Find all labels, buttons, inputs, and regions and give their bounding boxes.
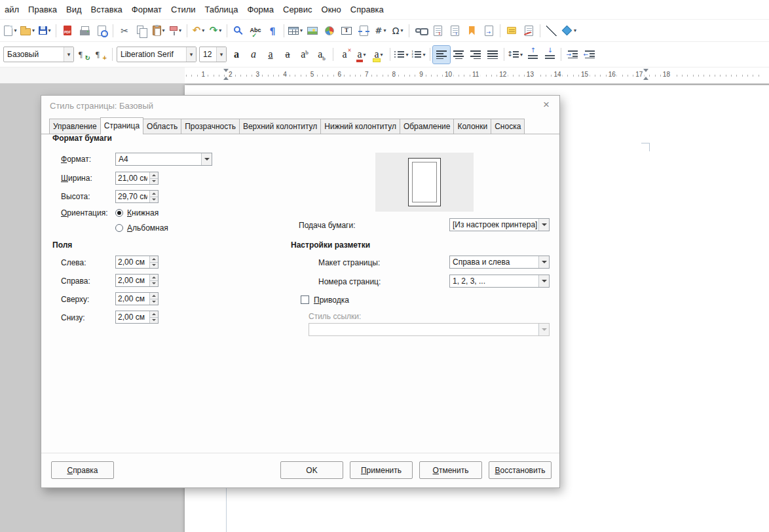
menu-item[interactable]: Справка (346, 2, 388, 17)
spin-down-icon[interactable] (150, 280, 158, 287)
underline-button[interactable]: а (262, 46, 279, 64)
register-true-checkbox[interactable] (301, 295, 309, 304)
insert-chart-button[interactable] (321, 22, 338, 39)
export-pdf-button[interactable] (59, 22, 76, 39)
print-preview-button[interactable] (93, 22, 110, 39)
increase-indent-button[interactable] (564, 46, 581, 64)
margin-right-spinner[interactable] (115, 274, 159, 287)
spin-up-icon[interactable] (150, 293, 158, 299)
menu-item[interactable]: Правка (24, 2, 62, 17)
save-button[interactable]: ▾ (36, 22, 53, 39)
insert-endnote-button[interactable] (446, 22, 463, 39)
insert-page-break-button[interactable] (355, 22, 372, 39)
spin-down-icon[interactable] (150, 262, 158, 269)
height-spinner[interactable] (115, 190, 159, 203)
page-layout-select[interactable]: Справа и слева (449, 256, 550, 269)
dialog-tab[interactable]: Обрамление (400, 119, 454, 134)
font-color-button[interactable]: а▾ (353, 46, 370, 64)
spin-up-icon[interactable] (150, 275, 158, 280)
cut-button[interactable]: ✂ (116, 22, 133, 39)
spelling-button[interactable]: Abc (247, 22, 264, 39)
superscript-button[interactable]: а (296, 46, 313, 64)
insert-bookmark-button[interactable] (463, 22, 480, 39)
strikethrough-button[interactable]: а (279, 46, 296, 64)
dialog-tab[interactable]: Область (143, 119, 181, 134)
dropdown-arrow-icon[interactable]: ▾ (219, 28, 221, 33)
margin-left-input[interactable] (116, 256, 149, 268)
redo-button[interactable]: ↷▾ (207, 22, 224, 39)
dropdown-arrow-icon[interactable]: ▾ (64, 47, 73, 62)
paper-format-select[interactable]: A4 (115, 153, 212, 166)
dropdown-arrow-icon[interactable]: ▾ (400, 28, 403, 33)
chevron-down-icon[interactable] (538, 256, 549, 268)
new-style-button[interactable] (92, 46, 109, 64)
formatting-marks-button[interactable]: ¶ (264, 22, 281, 39)
ok-button[interactable]: OK (280, 461, 343, 479)
paste-button[interactable]: ▾ (150, 22, 167, 39)
page-numbers-select[interactable]: 1, 2, 3, ... (449, 275, 550, 288)
menu-item[interactable]: Таблица (200, 2, 243, 17)
dropdown-arrow-icon[interactable]: ▾ (186, 47, 196, 62)
clear-formatting-button[interactable]: а (336, 46, 353, 64)
find-replace-button[interactable] (230, 22, 247, 39)
basic-shapes-button[interactable]: ▾ (560, 22, 578, 39)
dropdown-arrow-icon[interactable]: ▾ (162, 28, 165, 33)
dropdown-arrow-icon[interactable]: ▾ (300, 28, 303, 33)
reset-button[interactable]: Восстановить (489, 461, 552, 479)
indent-marker-left[interactable] (223, 69, 229, 83)
undo-button[interactable]: ↶▾ (190, 22, 207, 39)
font-size-combo[interactable]: 12▾ (199, 47, 227, 62)
dropdown-arrow-icon[interactable]: ▾ (179, 28, 181, 33)
italic-button[interactable]: а (245, 46, 262, 64)
insert-hyperlink-button[interactable] (412, 22, 429, 39)
highlight-color-button[interactable]: а▾ (370, 46, 387, 64)
spin-down-icon[interactable] (150, 299, 158, 305)
menu-item[interactable]: айл (0, 2, 24, 17)
align-right-button[interactable] (467, 46, 484, 64)
spin-down-icon[interactable] (150, 178, 158, 185)
dropdown-arrow-icon[interactable]: ▾ (14, 28, 16, 33)
chevron-down-icon[interactable] (538, 275, 549, 287)
align-center-button[interactable] (450, 46, 467, 64)
spin-up-icon[interactable] (150, 311, 158, 317)
landscape-radio[interactable] (115, 224, 123, 232)
chevron-down-icon[interactable] (538, 219, 549, 231)
dialog-tab[interactable]: Управление (49, 119, 101, 134)
dropdown-arrow-icon[interactable]: ▾ (574, 28, 576, 33)
help-button[interactable]: Справка (51, 461, 114, 479)
margin-top-spinner[interactable] (115, 292, 159, 305)
print-button[interactable] (76, 22, 93, 39)
dropdown-arrow-icon[interactable]: ▾ (216, 47, 226, 62)
close-icon[interactable]: × (540, 98, 553, 111)
dialog-tab[interactable]: Страница (100, 117, 143, 134)
increase-paragraph-spacing-button[interactable] (524, 46, 541, 64)
insert-footnote-button[interactable] (429, 22, 446, 39)
insert-field-button[interactable]: #▾ (372, 22, 389, 39)
menu-item[interactable]: Сервис (278, 2, 317, 17)
dropdown-arrow-icon[interactable]: ▾ (32, 28, 35, 33)
align-justify-button[interactable] (484, 46, 501, 64)
portrait-radio[interactable] (115, 209, 123, 217)
dropdown-arrow-icon[interactable]: ▾ (202, 28, 204, 33)
height-input[interactable] (116, 191, 149, 202)
insert-textbox-button[interactable] (338, 22, 355, 39)
menu-item[interactable]: Стили (166, 2, 200, 17)
insert-image-button[interactable] (304, 22, 321, 39)
insert-cross-reference-button[interactable] (480, 22, 497, 39)
clone-formatting-button[interactable]: ▾ (167, 22, 184, 39)
menu-item[interactable]: Вид (62, 2, 86, 17)
insert-table-button[interactable]: ▾ (287, 22, 304, 39)
ordered-list-button[interactable]: ▾ (410, 46, 427, 64)
margin-left-spinner[interactable] (115, 256, 159, 269)
dialog-tab[interactable]: Прозрачность (181, 119, 240, 134)
margin-bottom-spinner[interactable] (115, 311, 159, 324)
open-button[interactable]: ▾ (19, 22, 36, 39)
margin-right-input[interactable] (116, 275, 149, 286)
spin-down-icon[interactable] (150, 197, 158, 203)
dropdown-arrow-icon[interactable]: ▾ (48, 28, 51, 33)
menu-item[interactable]: Вставка (86, 2, 127, 17)
paragraph-style-combo[interactable]: Базовый▾ (3, 47, 74, 62)
width-spinner[interactable] (115, 172, 159, 185)
dialog-tab[interactable]: Сноска (491, 119, 525, 134)
dropdown-arrow-icon[interactable]: ▾ (405, 52, 408, 58)
